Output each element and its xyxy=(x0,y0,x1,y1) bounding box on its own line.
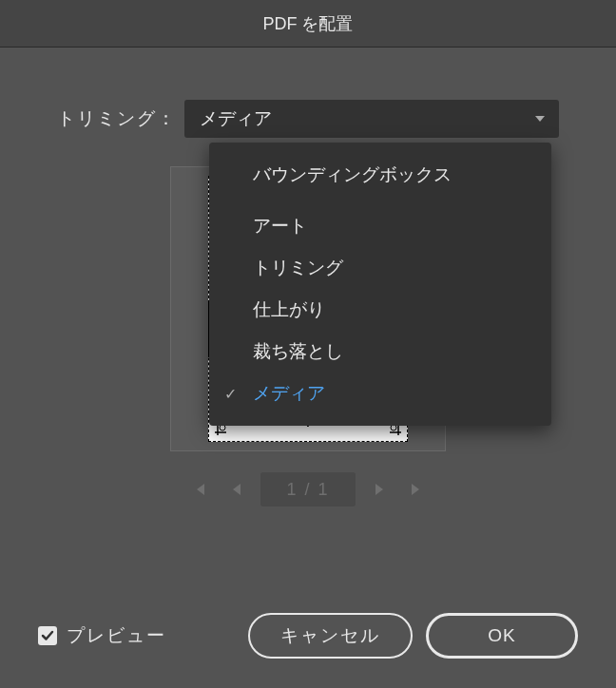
trim-option-media-label: メディア xyxy=(253,381,325,406)
pager: 1 / 1 xyxy=(188,472,428,506)
preview-checkbox-label: プレビュー xyxy=(67,623,166,648)
trim-dropdown-menu: バウンディングボックス アート トリミング 仕上がり 裁ち落とし ✓ メディア xyxy=(209,143,551,426)
preview-checkbox-wrap: プレビュー xyxy=(38,623,166,648)
last-page-button[interactable] xyxy=(405,478,428,501)
first-page-button[interactable] xyxy=(188,478,211,501)
trim-option-media[interactable]: ✓ メディア xyxy=(209,373,551,414)
cancel-button[interactable]: キャンセル xyxy=(248,613,413,659)
check-icon xyxy=(41,629,54,642)
trim-option-bleed[interactable]: 裁ち落とし xyxy=(209,331,551,373)
trim-option-art[interactable]: アート xyxy=(209,205,551,247)
trim-dropdown-value: メディア xyxy=(200,106,272,131)
next-page-button[interactable] xyxy=(369,478,392,501)
trim-option-bounding-box[interactable]: バウンディングボックス xyxy=(209,154,551,196)
trim-row: トリミング： メディア xyxy=(57,100,559,138)
preview-checkbox[interactable] xyxy=(38,626,57,645)
trim-option-finish[interactable]: 仕上がり xyxy=(209,289,551,331)
trim-dropdown[interactable]: メディア xyxy=(184,100,559,138)
trim-label: トリミング： xyxy=(57,106,177,131)
chevron-down-icon xyxy=(535,116,545,122)
check-icon: ✓ xyxy=(224,385,237,403)
dialog-content: トリミング： メディア バウンディングボックス アート トリミング 仕上がり 裁… xyxy=(0,48,616,583)
dialog-footer: プレビュー キャンセル OK xyxy=(0,583,616,688)
place-pdf-dialog: PDF を配置 トリミング： メディア バウンディングボックス アート トリミン… xyxy=(0,0,616,688)
ok-button[interactable]: OK xyxy=(426,613,578,659)
trim-option-trim[interactable]: トリミング xyxy=(209,247,551,289)
page-counter[interactable]: 1 / 1 xyxy=(260,472,356,506)
prev-page-button[interactable] xyxy=(224,478,247,501)
dialog-title: PDF を配置 xyxy=(0,0,616,48)
